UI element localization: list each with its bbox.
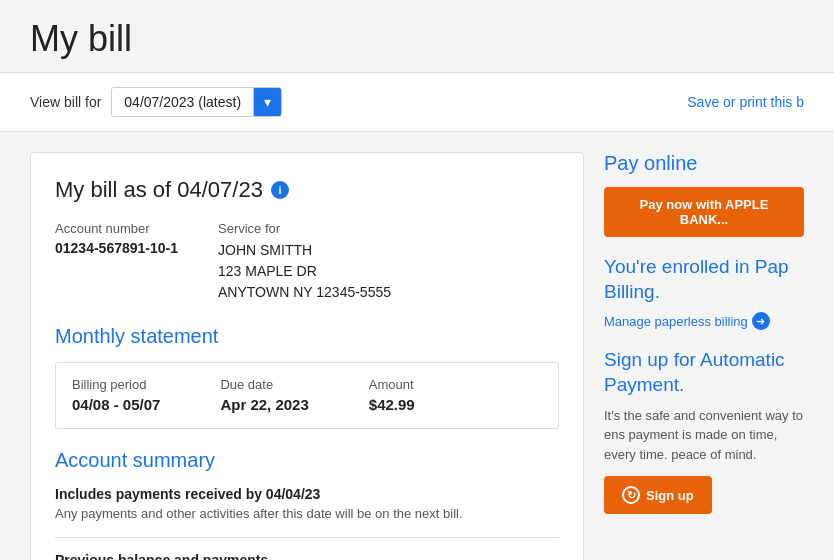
service-for-block: Service for JOHN SMITTH 123 MAPLE DR ANY… [218, 221, 391, 303]
account-info-row: Account number 01234-567891-10-1 Service… [55, 221, 559, 303]
due-date-col: Due date Apr 22, 2023 [220, 377, 308, 414]
refresh-icon: ↻ [622, 486, 640, 504]
enrolled-title: You're enrolled in Pap Billing. [604, 255, 804, 304]
service-for-label: Service for [218, 221, 391, 236]
signup-button[interactable]: ↻ Sign up [604, 476, 712, 514]
date-dropdown-button[interactable]: ▾ [254, 88, 281, 116]
bill-as-of-text: My bill as of 04/07/23 [55, 177, 263, 203]
account-summary-title: Account summary [55, 449, 559, 472]
service-address2: ANYTOWN NY 12345-5555 [218, 282, 391, 303]
page-title: My bill [30, 18, 804, 60]
signup-title: Sign up for Automatic Payment. [604, 348, 804, 397]
page-header: My bill [0, 0, 834, 72]
summary-divider [55, 537, 559, 538]
view-bill-bar: View bill for 04/07/2023 (latest) ▾ Save… [0, 72, 834, 132]
date-selector[interactable]: 04/07/2023 (latest) ▾ [111, 87, 282, 117]
signup-button-label: Sign up [646, 488, 694, 503]
account-number-value: 01234-567891-10-1 [55, 240, 178, 256]
summary-note: Any payments and other activities after … [55, 506, 559, 521]
service-name: JOHN SMITTH [218, 240, 391, 261]
arrow-circle-icon: ➜ [752, 312, 770, 330]
bill-card: My bill as of 04/07/23 i Account number … [30, 152, 584, 560]
due-date-label: Due date [220, 377, 308, 392]
bill-as-of-heading: My bill as of 04/07/23 i [55, 177, 559, 203]
save-print-link[interactable]: Save or print this b [687, 94, 804, 110]
account-number-block: Account number 01234-567891-10-1 [55, 221, 178, 303]
billing-period-value: 04/08 - 05/07 [72, 396, 160, 413]
manage-paperless-text: Manage paperless billing [604, 314, 748, 329]
account-number-label: Account number [55, 221, 178, 236]
summary-includes-text: Includes payments received by 04/04/23 [55, 486, 559, 502]
amount-col: Amount $42.99 [369, 377, 415, 414]
signup-desc: It's the safe and convenient way to ens … [604, 406, 804, 465]
billing-period-col: Billing period 04/08 - 05/07 [72, 377, 160, 414]
amount-label: Amount [369, 377, 415, 392]
pay-online-title: Pay online [604, 152, 804, 175]
manage-paperless-link[interactable]: Manage paperless billing ➜ [604, 312, 804, 330]
due-date-value: Apr 22, 2023 [220, 396, 308, 413]
prev-balance-title: Previous balance and payments [55, 552, 559, 560]
date-value: 04/07/2023 (latest) [112, 88, 254, 116]
monthly-statement-title: Monthly statement [55, 325, 559, 348]
view-bill-left: View bill for 04/07/2023 (latest) ▾ [30, 87, 282, 117]
right-sidebar: Pay online Pay now with APPLE BANK... Yo… [604, 152, 804, 560]
view-bill-label: View bill for [30, 94, 101, 110]
pay-now-button[interactable]: Pay now with APPLE BANK... [604, 187, 804, 237]
account-summary-section: Account summary Includes payments receiv… [55, 449, 559, 560]
info-icon[interactable]: i [271, 181, 289, 199]
service-address1: 123 MAPLE DR [218, 261, 391, 282]
amount-value: $42.99 [369, 396, 415, 413]
billing-period-label: Billing period [72, 377, 160, 392]
main-content: My bill as of 04/07/23 i Account number … [0, 132, 834, 560]
statement-table: Billing period 04/08 - 05/07 Due date Ap… [55, 362, 559, 429]
